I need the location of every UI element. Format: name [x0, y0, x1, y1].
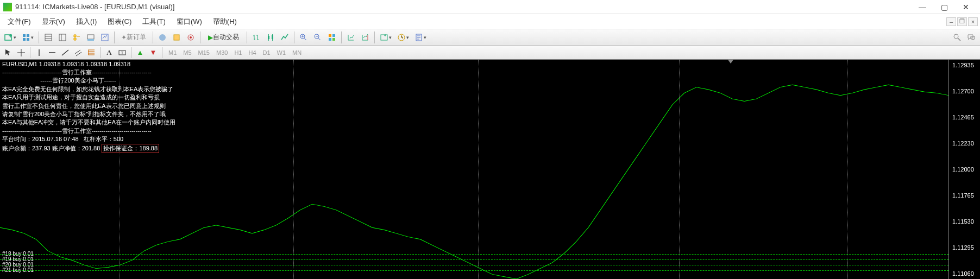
overlay-line: ------------------------------雪行工作室-----… — [2, 68, 175, 77]
grid-line — [679, 60, 680, 279]
main-toolbar: ▾ ▾ ✦ 新订单 ▶ 自动交易 ▾ ▾ ▾ — [0, 29, 980, 46]
search-button[interactable] — [951, 31, 964, 44]
shift-marker-icon — [728, 60, 733, 64]
svg-rect-20 — [329, 38, 331, 41]
text-label-button[interactable]: T — [116, 47, 128, 59]
fibonacci-button[interactable] — [85, 47, 97, 59]
y-tick: 1.12700 — [949, 88, 980, 94]
maximize-button[interactable]: ▢ — [933, 1, 955, 14]
templates-button[interactable]: ▾ — [412, 31, 429, 44]
timeframe-w1[interactable]: W1 — [274, 47, 290, 59]
candlestick-button[interactable] — [264, 31, 277, 44]
navigator-button[interactable] — [70, 31, 83, 44]
svg-rect-18 — [329, 34, 331, 37]
terminal-button[interactable] — [84, 31, 97, 44]
svg-text:T: T — [121, 50, 124, 55]
shift-end-button[interactable] — [344, 31, 357, 44]
grid-line — [293, 60, 294, 279]
ea-info-overlay: ------------------------------雪行工作室-----… — [2, 68, 175, 153]
strategy-tester-button[interactable] — [98, 31, 111, 44]
arrow-down-icon[interactable]: ▼ — [147, 47, 159, 59]
expert-advisors-button[interactable] — [170, 31, 183, 44]
svg-rect-14 — [268, 36, 269, 39]
zoom-in-button[interactable] — [297, 31, 310, 44]
svg-point-13 — [190, 36, 192, 39]
profiles-button[interactable]: ▾ — [20, 31, 36, 44]
close-button[interactable]: ✕ — [955, 1, 977, 14]
order-line — [0, 265, 948, 265]
auto-scroll-button[interactable] — [359, 31, 372, 44]
auto-trading-button[interactable]: ▶ 自动交易 — [203, 31, 244, 44]
new-chart-button[interactable]: ▾ — [2, 31, 18, 44]
line-chart-button[interactable] — [278, 31, 291, 44]
svg-rect-5 — [45, 34, 52, 41]
options-button[interactable] — [184, 31, 197, 44]
tile-windows-button[interactable] — [325, 31, 338, 44]
svg-rect-9 — [102, 34, 108, 41]
horizontal-line-button[interactable] — [46, 47, 58, 59]
menu-insert[interactable]: 插入(I) — [71, 15, 102, 29]
overlay-line: 本EA只用于测试用途，对于擅自实盘造成的一切盈利和亏损 — [2, 93, 175, 102]
app-icon — [3, 3, 12, 11]
trendline-button[interactable] — [59, 47, 71, 59]
timeframe-h1[interactable]: H1 — [231, 47, 245, 59]
menu-view[interactable]: 显示(V) — [36, 15, 71, 29]
indicators-button[interactable]: ▾ — [378, 31, 394, 44]
y-tick: 1.11530 — [949, 218, 980, 225]
overlay-line: 请复制"雪行200美金小马丁指标"到指标文件夹，不然用不了哦 — [2, 110, 175, 118]
periodicity-button[interactable]: ▾ — [395, 31, 411, 44]
timeframe-mn[interactable]: MN — [289, 47, 305, 59]
order-line — [0, 270, 948, 271]
crosshair-button[interactable] — [15, 47, 27, 59]
y-tick: 1.12465 — [949, 114, 980, 121]
y-tick: 1.11060 — [949, 270, 980, 277]
price-axis: 1.129351.127001.124651.122301.120001.117… — [948, 60, 980, 279]
y-tick: 1.11295 — [949, 244, 980, 251]
price-chart[interactable]: EURUSD,M1 1.09318 1.09318 1.09318 1.0931… — [0, 60, 948, 279]
arrow-up-icon[interactable]: ▲ — [134, 47, 146, 59]
minimize-button[interactable]: — — [912, 1, 933, 14]
timeframe-m30[interactable]: M30 — [213, 47, 231, 59]
menu-help[interactable]: 帮助(H) — [208, 15, 242, 29]
order-line — [0, 254, 948, 255]
overlay-line: 本EA完全免费无任何限制，如您花钱才获取到本EA表示您被骗了 — [2, 85, 175, 93]
overlay-line: ------雪行200美金小马丁------ — [2, 77, 175, 85]
mdi-restore-button[interactable]: ❐ — [957, 17, 967, 26]
svg-rect-7 — [87, 35, 94, 39]
account-line: 账户余额：237.93 账户净值：201.88 操作保证金：189.88 — [2, 144, 175, 153]
mdi-minimize-button[interactable]: – — [946, 17, 956, 26]
menu-tools[interactable]: 工具(T) — [137, 15, 171, 29]
timeframe-m5[interactable]: M5 — [180, 47, 194, 59]
bar-chart-button[interactable] — [250, 31, 263, 44]
timeframe-m15[interactable]: M15 — [195, 47, 213, 59]
drawing-toolbar: A T ▲ ▼ M1M5M15M30H1H4D1W1MN — [0, 46, 980, 60]
chat-button[interactable] — [965, 31, 978, 44]
zoom-out-button[interactable] — [311, 31, 324, 44]
mdi-buttons: – ❐ × — [946, 17, 978, 26]
timeframe-d1[interactable]: D1 — [260, 47, 274, 59]
new-order-label: 新订单 — [127, 33, 146, 42]
new-order-button[interactable]: ✦ 新订单 — [117, 31, 150, 44]
y-tick: 1.12230 — [949, 140, 980, 147]
menu-window[interactable]: 窗口(W) — [171, 15, 208, 29]
menu-chart[interactable]: 图表(C) — [102, 15, 137, 29]
overlay-line: 平台时间：2015.07.16 07:48 杠杆水平：500 — [2, 135, 175, 143]
metaquotes-button[interactable] — [156, 31, 169, 44]
mdi-close-button[interactable]: × — [968, 17, 978, 26]
market-watch-button[interactable] — [42, 31, 55, 44]
cursor-button[interactable] — [2, 47, 14, 59]
timeframe-m1[interactable]: M1 — [165, 47, 180, 59]
svg-rect-21 — [332, 38, 335, 41]
titlebar: 911114: ICMarkets-Live08 - [EURUSD,M1 (v… — [0, 0, 980, 14]
svg-point-10 — [159, 34, 166, 41]
svg-point-25 — [954, 34, 958, 39]
svg-rect-6 — [59, 34, 66, 41]
vertical-line-button[interactable] — [33, 47, 45, 59]
text-button[interactable]: A — [103, 47, 115, 59]
menu-file[interactable]: 文件(F) — [2, 15, 36, 29]
channel-button[interactable] — [72, 47, 84, 59]
timeframe-h4[interactable]: H4 — [245, 47, 259, 59]
svg-rect-8 — [87, 39, 94, 41]
data-window-button[interactable] — [56, 31, 69, 44]
grid-line — [478, 60, 479, 279]
